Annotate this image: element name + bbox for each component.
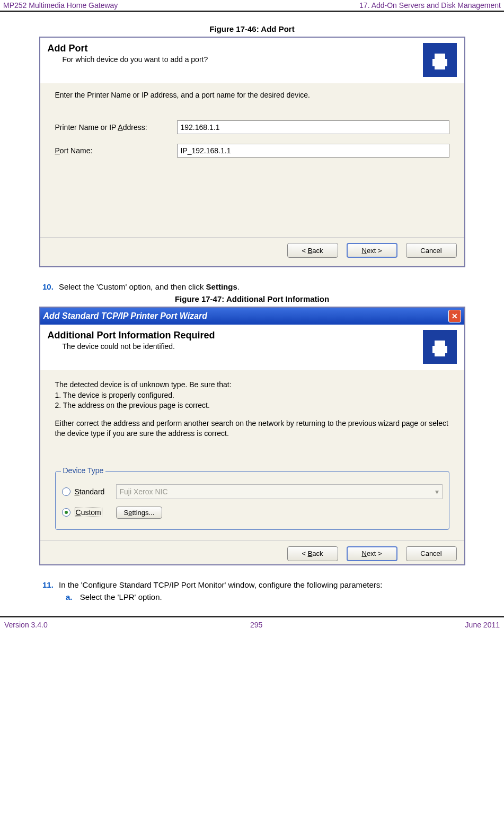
svg-rect-3 — [432, 346, 447, 353]
port-row: Port Name: — [55, 144, 449, 158]
close-icon[interactable]: ✕ — [448, 310, 461, 322]
dialog2-title: Additional Port Information Required — [48, 330, 423, 341]
footer-center: 295 — [250, 621, 262, 629]
next-button[interactable]: Next > — [347, 243, 397, 258]
custom-radio-row: Custom Settings... — [62, 507, 443, 519]
device-type-group: Device Type Standard Fuji Xerox NIC ▾ Cu… — [55, 471, 449, 530]
device-type-legend: Device Type — [61, 466, 106, 475]
dialog1-buttons: < Back Next > Cancel — [40, 237, 464, 261]
xp-titlebar: Add Standard TCP/IP Printer Port Wizard … — [40, 308, 464, 325]
dialog2-body: The detected device is of unknown type. … — [55, 380, 449, 439]
step-11-number: 11. — [42, 580, 54, 589]
device-type-dropdown[interactable]: Fuji Xerox NIC ▾ — [116, 484, 443, 499]
svg-rect-4 — [435, 341, 445, 347]
footer-left: Version 3.4.0 — [4, 621, 48, 629]
step-10-number: 10. — [42, 282, 54, 291]
dialog1-title: Add Port — [48, 43, 423, 54]
page-footer: Version 3.4.0 295 June 2011 — [0, 616, 504, 631]
standard-radio-label: Standard — [75, 487, 112, 496]
page-header: MP252 Multimedia Home Gateway 17. Add-On… — [0, 0, 504, 12]
back-button[interactable]: < Back — [287, 243, 338, 258]
step-11a: a. Select the 'LPR' option. — [66, 592, 462, 601]
xp-title-text: Add Standard TCP/IP Printer Port Wizard — [43, 311, 208, 321]
next-button[interactable]: Next > — [347, 546, 397, 561]
chevron-down-icon: ▾ — [435, 487, 439, 496]
standard-radio-row: Standard Fuji Xerox NIC ▾ — [62, 484, 443, 499]
port-name-input[interactable] — [177, 144, 449, 158]
additional-port-dialog: Add Standard TCP/IP Printer Port Wizard … — [39, 307, 465, 565]
dialog2-panel: The detected device is of unknown type. … — [40, 370, 464, 540]
svg-rect-5 — [435, 352, 445, 356]
step-11: 11. In the 'Configure Standard TCP/IP Po… — [42, 580, 462, 589]
svg-rect-1 — [435, 54, 445, 60]
dialog1-subtitle: For which device do you want to add a po… — [63, 55, 423, 64]
footer-right: June 2011 — [465, 621, 500, 629]
figure1-caption: Figure 17-46: Add Port — [0, 24, 504, 33]
printer-icon — [423, 330, 457, 364]
dialog2-buttons: < Back Next > Cancel — [40, 540, 464, 564]
back-button[interactable]: < Back — [287, 546, 338, 561]
standard-radio[interactable] — [62, 487, 70, 496]
port-label: Port Name: — [55, 146, 177, 155]
custom-radio-label: Custom — [75, 508, 112, 517]
svg-rect-0 — [432, 59, 447, 66]
custom-radio[interactable] — [62, 508, 70, 517]
figure2-caption: Figure 17-47: Additional Port Informatio… — [0, 294, 504, 303]
settings-button[interactable]: Settings... — [116, 507, 163, 519]
dialog2-subtitle: The device could not be identified. — [63, 342, 423, 351]
printer-label: Printer Name or IP Address: — [55, 123, 177, 132]
header-right: 17. Add-On Servers and Disk Management — [359, 1, 501, 10]
dialog2-header: Additional Port Information Required The… — [40, 325, 464, 370]
printer-row: Printer Name or IP Address: — [55, 120, 449, 134]
dialog1-instruction: Enter the Printer Name or IP address, an… — [55, 91, 449, 99]
printer-address-input[interactable] — [177, 120, 449, 134]
printer-icon — [423, 43, 457, 77]
step-10: 10. Select the 'Custom' option, and then… — [42, 282, 462, 291]
cancel-button[interactable]: Cancel — [406, 243, 457, 258]
svg-rect-2 — [435, 65, 445, 69]
cancel-button[interactable]: Cancel — [406, 546, 457, 561]
header-left: MP252 Multimedia Home Gateway — [3, 1, 118, 10]
dialog1-panel: Enter the Printer Name or IP address, an… — [40, 83, 464, 163]
dialog1-header: Add Port For which device do you want to… — [40, 38, 464, 83]
add-port-dialog: Add Port For which device do you want to… — [39, 37, 465, 267]
